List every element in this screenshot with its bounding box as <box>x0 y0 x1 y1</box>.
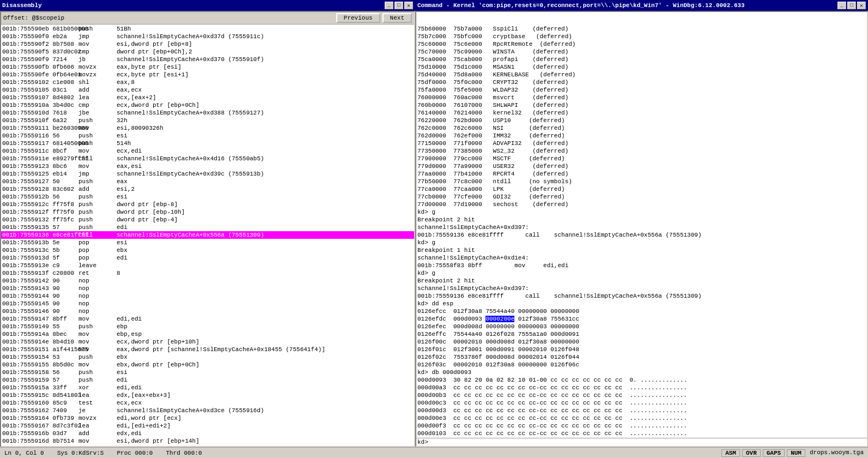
num-mode: NUM <box>787 449 805 457</box>
disasm-row[interactable]: 001b:75559170 85f6testesi,esi <box>1 445 414 446</box>
disasm-row[interactable]: 001b:75559105 03c1addeax,ecx <box>1 86 414 94</box>
disasm-row[interactable]: 001b:7555912c ff75f8pushdword ptr [ebp-8… <box>1 201 414 208</box>
disasm-row[interactable]: 001b:75559116 56pushesi <box>1 132 414 140</box>
disasm-mnemonic: push <box>78 323 117 330</box>
disasm-mnemonic: add <box>78 185 117 193</box>
disasm-row[interactable]: 001b:75559143 90nop <box>1 285 414 292</box>
disasm-row[interactable]: 001b:7555916b 03d7addedx,edi <box>1 430 414 437</box>
disassembly-panel: Offset: @$scopeip Previous Next 001b:755… <box>0 11 415 447</box>
disasm-row[interactable]: 001b:75559127 50pusheax <box>1 178 414 185</box>
command-line: 75c70000 75c99000 WINSTA (deferred) <box>417 48 866 56</box>
command-maximize-btn[interactable]: □ <box>847 2 856 9</box>
command-line: 76220000 762bd000 USP10 (deferred) <box>417 117 866 124</box>
disasm-row[interactable]: 001b:75559102 c1e008shleax,8 <box>1 79 414 86</box>
disasm-row[interactable]: 001b:75559117 6814050000push514h <box>1 140 414 147</box>
disasm-operands: eax,8 <box>117 79 413 86</box>
command-minimize-btn[interactable]: _ <box>837 2 846 9</box>
disasm-operands: eax,byte ptr [esi] <box>117 63 413 71</box>
disassembly-close-btn[interactable]: ✕ <box>404 2 413 9</box>
disasm-row[interactable]: 001b:7555911c 8bcfmovecx,edi <box>1 147 414 155</box>
disasm-row[interactable]: 001b:755590f5 837d0c02cmpdword ptr [ebp+… <box>1 48 414 56</box>
command-line: 0126f01c 012f3001 000d0091 00002010 0126… <box>417 346 866 353</box>
disasm-row[interactable]: 001b:75559164 0fb739movzxedi,word ptr [e… <box>1 414 414 422</box>
disasm-mnemonic: push <box>78 353 117 361</box>
disasm-row[interactable]: 001b:7555915c 8d541803leaedx,[eax+ebx+3] <box>1 391 414 399</box>
disasm-row[interactable]: 001b:7555914a 8becmovebp,esp <box>1 330 414 338</box>
disasm-row[interactable]: 001b:755590fb 0fb606movzxeax,byte ptr [e… <box>1 63 414 71</box>
disasm-row[interactable]: 001b:75559162 7409jeschannel!SslEmptyCac… <box>1 407 414 414</box>
disasm-operands: eax,dword ptr [schannel!SslEmptyCacheA+0… <box>117 346 413 353</box>
disasm-row[interactable]: 001b:7555910d 7618jbeschannel!SslEmptyCa… <box>1 109 414 117</box>
previous-button[interactable]: Previous <box>336 13 380 23</box>
highlighted-value: 0000200e <box>485 316 514 322</box>
disasm-mnemonic: mov <box>78 40 117 48</box>
command-line: 77900000 779cc000 MSCTF (deferred) <box>417 155 866 162</box>
disasm-row[interactable]: 001b:7555910f 6a32push32h <box>1 117 414 124</box>
disasm-row[interactable]: 001b:7555912b 56pushesi <box>1 193 414 201</box>
disasm-row[interactable]: 001b:75559107 8d4802leaecx,[eax+2] <box>1 94 414 101</box>
disasm-row[interactable]: 001b:755590eb 681b050000push51Bh <box>1 25 414 33</box>
disasm-operands <box>117 277 413 285</box>
disasm-operands: ecx,dword ptr [ebp+0Ch] <box>117 101 413 109</box>
command-line: 001b:75558f83 8bff mov edi,edi <box>417 262 866 269</box>
disasm-row[interactable]: 001b:75559151 a1f4415675moveax,dword ptr… <box>1 346 414 353</box>
disasm-row[interactable]: 001b:75559145 90nop <box>1 300 414 308</box>
ovr-mode: OVR <box>742 449 761 457</box>
disasm-mnemonic: leave <box>78 262 117 269</box>
disasm-row[interactable]: 001b:75559160 85c9testecx,ecx <box>1 399 414 407</box>
disasm-row[interactable]: 001b:75559167 8d7c3f02leaedi,[edi+edi+2] <box>1 422 414 430</box>
disassembly-maximize-btn[interactable]: □ <box>394 2 403 9</box>
disasm-row[interactable]: 001b:75559132 ff75fcpushdword ptr [ebp-4… <box>1 216 414 224</box>
disasm-row[interactable]: 001b:75559123 8bc6moveax,esi <box>1 162 414 170</box>
disasm-row[interactable]: 001b:7555912f ff75f0pushdword ptr [ebp-1… <box>1 208 414 216</box>
disasm-row[interactable]: 001b:75559155 8b5d0cmovebx,dword ptr [eb… <box>1 361 414 369</box>
disasm-row[interactable]: 001b:7555913c 5bpopebx <box>1 246 414 254</box>
command-line: 77cb0000 77cfe000 GDI32 (deferred) <box>417 193 866 201</box>
disasm-row[interactable]: 001b:75559136 e8ce81ffffcallschannel!Ssl… <box>1 231 414 239</box>
disasm-operands: dword ptr [ebp-10h] <box>117 208 413 216</box>
disasm-operands: esi <box>117 369 413 376</box>
command-line: kd> g <box>417 208 866 216</box>
command-close-btn[interactable]: ✕ <box>857 2 866 9</box>
disasm-operands: esi <box>117 193 413 201</box>
disasm-row[interactable]: 001b:75559146 90nop <box>1 308 414 315</box>
disasm-row[interactable]: 001b:7555915a 33ffxoredi,edi <box>1 384 414 391</box>
disasm-row[interactable]: 001b:755590f2 8b7508movesi,dword ptr [eb… <box>1 40 414 48</box>
disassembly-minimize-btn[interactable]: _ <box>385 2 393 9</box>
disasm-row[interactable]: 001b:75559142 90nop <box>1 277 414 285</box>
disasm-mnemonic: test <box>78 399 117 407</box>
command-line: 0126efcc 012f30a8 75544a40 00000000 0000… <box>417 308 866 315</box>
disasm-row[interactable]: 001b:75559147 8bffmovedi,edi <box>1 315 414 323</box>
disasm-row[interactable]: 001b:75559159 57pushedi <box>1 376 414 384</box>
disasm-row[interactable]: 001b:7555913b 5epopesi <box>1 239 414 246</box>
disasm-row[interactable]: 001b:755590f0 eb2ajmpschannel!SslEmptyCa… <box>1 33 414 40</box>
disasm-row[interactable]: 001b:7555916d 8b7514movesi,dword ptr [eb… <box>1 437 414 445</box>
disasm-row[interactable]: 001b:75559111 be26030980movesi,80090326h <box>1 124 414 132</box>
disasm-row[interactable]: 001b:75559154 53pushebx <box>1 353 414 361</box>
disasm-address: 001b:75559116 56 <box>2 132 78 140</box>
disasm-row[interactable]: 001b:755590f9 7214jbschannel!SslEmptyCac… <box>1 56 414 63</box>
disasm-row[interactable]: 001b:7555913f c20800ret8 <box>1 269 414 277</box>
disasm-address: 001b:75559159 57 <box>2 376 78 384</box>
disasm-address: 001b:75559167 8d7c3f02 <box>2 422 78 430</box>
disasm-row[interactable]: 001b:75559128 83c602addesi,2 <box>1 185 414 193</box>
disasm-row[interactable]: 001b:7555913e c9leave <box>1 262 414 269</box>
disasm-row[interactable]: 001b:755590fe 0fb64e01movzxecx,byte ptr … <box>1 71 414 79</box>
disasm-row[interactable]: 001b:75559144 90nop <box>1 292 414 300</box>
disasm-operands: edi <box>117 376 413 384</box>
disasm-row[interactable]: 001b:7555913d 5fpopedi <box>1 254 414 262</box>
disasm-row[interactable]: 001b:75559158 56pushesi <box>1 369 414 376</box>
disasm-mnemonic: push <box>78 216 117 224</box>
disasm-row[interactable]: 001b:7555911e e89279ffffcallschannel!Ssl… <box>1 155 414 162</box>
next-button[interactable]: Next <box>383 13 412 23</box>
disasm-mnemonic: nop <box>78 285 117 292</box>
disasm-address: 001b:75559111 be26030980 <box>2 124 78 132</box>
command-input[interactable] <box>429 439 866 445</box>
command-line: kd> db 000d0093 <box>417 369 866 376</box>
disasm-row[interactable]: 001b:75559135 57pushedi <box>1 224 414 231</box>
disasm-row[interactable]: 001b:7555914e 8b4d10movecx,dword ptr [eb… <box>1 338 414 346</box>
disassembly-content[interactable]: 001b:75559090ea 56pushesi001b:755590eb 6… <box>1 25 414 446</box>
disasm-row[interactable]: 001b:75559149 55pushebp <box>1 323 414 330</box>
disasm-row[interactable]: 001b:7555910a 3b4d0ccmpecx,dword ptr [eb… <box>1 101 414 109</box>
disasm-row[interactable]: 001b:75559125 eb14jmpschannel!SslEmptyCa… <box>1 170 414 178</box>
